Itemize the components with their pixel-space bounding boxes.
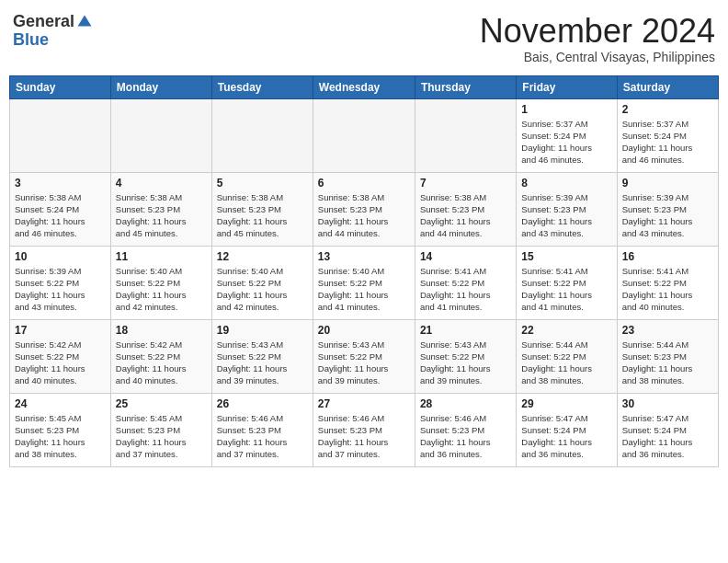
calendar-cell: 11Sunrise: 5:40 AM Sunset: 5:22 PM Dayli… xyxy=(110,246,211,319)
logo-icon xyxy=(76,14,93,30)
calendar-cell: 26Sunrise: 5:46 AM Sunset: 5:23 PM Dayli… xyxy=(211,393,313,466)
calendar-cell xyxy=(415,98,516,172)
calendar-cell: 7Sunrise: 5:38 AM Sunset: 5:23 PM Daylig… xyxy=(415,172,516,246)
calendar-cell: 10Sunrise: 5:39 AM Sunset: 5:22 PM Dayli… xyxy=(10,246,111,319)
day-number: 15 xyxy=(521,250,611,263)
day-info: Sunrise: 5:43 AM Sunset: 5:22 PM Dayligh… xyxy=(318,339,410,387)
svg-marker-0 xyxy=(78,15,92,26)
day-info: Sunrise: 5:47 AM Sunset: 5:24 PM Dayligh… xyxy=(622,412,713,461)
day-number: 26 xyxy=(217,397,308,410)
day-number: 4 xyxy=(116,177,207,190)
day-info: Sunrise: 5:46 AM Sunset: 5:23 PM Dayligh… xyxy=(318,412,410,461)
calendar-cell: 6Sunrise: 5:38 AM Sunset: 5:23 PM Daylig… xyxy=(313,172,415,246)
day-info: Sunrise: 5:38 AM Sunset: 5:23 PM Dayligh… xyxy=(318,191,410,240)
day-number: 13 xyxy=(318,250,410,263)
calendar-cell: 9Sunrise: 5:39 AM Sunset: 5:23 PM Daylig… xyxy=(617,172,718,246)
day-info: Sunrise: 5:39 AM Sunset: 5:23 PM Dayligh… xyxy=(521,191,611,240)
week-row-3: 17Sunrise: 5:42 AM Sunset: 5:22 PM Dayli… xyxy=(10,319,719,393)
day-number: 18 xyxy=(116,324,207,337)
day-number: 25 xyxy=(116,397,207,410)
calendar-cell: 27Sunrise: 5:46 AM Sunset: 5:23 PM Dayli… xyxy=(313,393,415,466)
calendar-cell: 20Sunrise: 5:43 AM Sunset: 5:22 PM Dayli… xyxy=(313,319,415,393)
col-header-sunday: Sunday xyxy=(10,75,111,98)
month-title: November 2024 xyxy=(480,13,715,50)
calendar-cell: 16Sunrise: 5:41 AM Sunset: 5:22 PM Dayli… xyxy=(617,246,718,319)
calendar-table: SundayMondayTuesdayWednesdayThursdayFrid… xyxy=(9,75,719,467)
calendar-cell: 24Sunrise: 5:45 AM Sunset: 5:23 PM Dayli… xyxy=(10,393,111,466)
day-info: Sunrise: 5:46 AM Sunset: 5:23 PM Dayligh… xyxy=(420,412,511,461)
day-number: 14 xyxy=(420,250,511,263)
logo: General Blue xyxy=(13,13,93,50)
calendar-header-row: SundayMondayTuesdayWednesdayThursdayFrid… xyxy=(10,75,719,98)
calendar-cell: 8Sunrise: 5:39 AM Sunset: 5:23 PM Daylig… xyxy=(517,172,617,246)
col-header-monday: Monday xyxy=(110,75,211,98)
week-row-4: 24Sunrise: 5:45 AM Sunset: 5:23 PM Dayli… xyxy=(10,393,719,466)
day-number: 8 xyxy=(521,177,611,190)
col-header-saturday: Saturday xyxy=(617,75,718,98)
day-number: 1 xyxy=(521,103,611,116)
day-info: Sunrise: 5:39 AM Sunset: 5:22 PM Dayligh… xyxy=(15,265,106,314)
calendar-cell: 12Sunrise: 5:40 AM Sunset: 5:22 PM Dayli… xyxy=(211,246,313,319)
day-info: Sunrise: 5:40 AM Sunset: 5:22 PM Dayligh… xyxy=(217,265,308,314)
day-info: Sunrise: 5:43 AM Sunset: 5:22 PM Dayligh… xyxy=(420,339,511,387)
day-number: 28 xyxy=(420,397,511,410)
day-number: 23 xyxy=(622,324,713,337)
day-info: Sunrise: 5:37 AM Sunset: 5:24 PM Dayligh… xyxy=(521,118,611,167)
week-row-1: 3Sunrise: 5:38 AM Sunset: 5:24 PM Daylig… xyxy=(10,172,719,246)
day-info: Sunrise: 5:45 AM Sunset: 5:23 PM Dayligh… xyxy=(15,412,106,461)
day-info: Sunrise: 5:41 AM Sunset: 5:22 PM Dayligh… xyxy=(622,265,713,314)
day-info: Sunrise: 5:40 AM Sunset: 5:22 PM Dayligh… xyxy=(318,265,410,314)
calendar-cell xyxy=(313,98,415,172)
day-number: 27 xyxy=(318,397,410,410)
day-number: 7 xyxy=(420,177,511,190)
day-number: 24 xyxy=(15,397,106,410)
calendar-cell: 19Sunrise: 5:43 AM Sunset: 5:22 PM Dayli… xyxy=(211,319,313,393)
week-row-2: 10Sunrise: 5:39 AM Sunset: 5:22 PM Dayli… xyxy=(10,246,719,319)
day-number: 11 xyxy=(116,250,207,263)
calendar-cell: 17Sunrise: 5:42 AM Sunset: 5:22 PM Dayli… xyxy=(10,319,111,393)
col-header-thursday: Thursday xyxy=(415,75,516,98)
calendar-cell: 22Sunrise: 5:44 AM Sunset: 5:22 PM Dayli… xyxy=(517,319,617,393)
day-info: Sunrise: 5:44 AM Sunset: 5:22 PM Dayligh… xyxy=(521,339,611,387)
day-info: Sunrise: 5:38 AM Sunset: 5:23 PM Dayligh… xyxy=(420,191,511,240)
title-block: November 2024 Bais, Central Visayas, Phi… xyxy=(480,13,715,64)
calendar-cell xyxy=(211,98,313,172)
day-info: Sunrise: 5:43 AM Sunset: 5:22 PM Dayligh… xyxy=(217,339,308,387)
day-info: Sunrise: 5:45 AM Sunset: 5:23 PM Dayligh… xyxy=(116,412,207,461)
calendar-cell: 21Sunrise: 5:43 AM Sunset: 5:22 PM Dayli… xyxy=(415,319,516,393)
col-header-tuesday: Tuesday xyxy=(211,75,313,98)
day-info: Sunrise: 5:40 AM Sunset: 5:22 PM Dayligh… xyxy=(116,265,207,314)
calendar-cell: 5Sunrise: 5:38 AM Sunset: 5:23 PM Daylig… xyxy=(211,172,313,246)
day-info: Sunrise: 5:41 AM Sunset: 5:22 PM Dayligh… xyxy=(420,265,511,314)
day-number: 16 xyxy=(622,250,713,263)
week-row-0: 1Sunrise: 5:37 AM Sunset: 5:24 PM Daylig… xyxy=(10,98,719,172)
day-number: 12 xyxy=(217,250,308,263)
col-header-friday: Friday xyxy=(517,75,617,98)
calendar-cell xyxy=(110,98,211,172)
day-info: Sunrise: 5:47 AM Sunset: 5:24 PM Dayligh… xyxy=(521,412,611,461)
calendar-cell: 25Sunrise: 5:45 AM Sunset: 5:23 PM Dayli… xyxy=(110,393,211,466)
calendar-cell: 3Sunrise: 5:38 AM Sunset: 5:24 PM Daylig… xyxy=(10,172,111,246)
day-number: 5 xyxy=(217,177,308,190)
calendar-cell xyxy=(10,98,111,172)
calendar-cell: 15Sunrise: 5:41 AM Sunset: 5:22 PM Dayli… xyxy=(517,246,617,319)
location-text: Bais, Central Visayas, Philippines xyxy=(480,50,715,64)
day-info: Sunrise: 5:38 AM Sunset: 5:23 PM Dayligh… xyxy=(116,191,207,240)
day-number: 20 xyxy=(318,324,410,337)
calendar-cell: 28Sunrise: 5:46 AM Sunset: 5:23 PM Dayli… xyxy=(415,393,516,466)
calendar-cell: 29Sunrise: 5:47 AM Sunset: 5:24 PM Dayli… xyxy=(517,393,617,466)
day-info: Sunrise: 5:41 AM Sunset: 5:22 PM Dayligh… xyxy=(521,265,611,314)
calendar-cell: 13Sunrise: 5:40 AM Sunset: 5:22 PM Dayli… xyxy=(313,246,415,319)
day-info: Sunrise: 5:38 AM Sunset: 5:23 PM Dayligh… xyxy=(217,191,308,240)
logo-general-text: General xyxy=(13,13,74,31)
day-number: 3 xyxy=(15,177,106,190)
day-number: 10 xyxy=(15,250,106,263)
day-info: Sunrise: 5:42 AM Sunset: 5:22 PM Dayligh… xyxy=(116,339,207,387)
day-number: 21 xyxy=(420,324,511,337)
calendar-cell: 18Sunrise: 5:42 AM Sunset: 5:22 PM Dayli… xyxy=(110,319,211,393)
day-info: Sunrise: 5:38 AM Sunset: 5:24 PM Dayligh… xyxy=(15,191,106,240)
calendar-cell: 30Sunrise: 5:47 AM Sunset: 5:24 PM Dayli… xyxy=(617,393,718,466)
calendar-cell: 2Sunrise: 5:37 AM Sunset: 5:24 PM Daylig… xyxy=(617,98,718,172)
calendar-cell: 23Sunrise: 5:44 AM Sunset: 5:23 PM Dayli… xyxy=(617,319,718,393)
day-info: Sunrise: 5:46 AM Sunset: 5:23 PM Dayligh… xyxy=(217,412,308,461)
